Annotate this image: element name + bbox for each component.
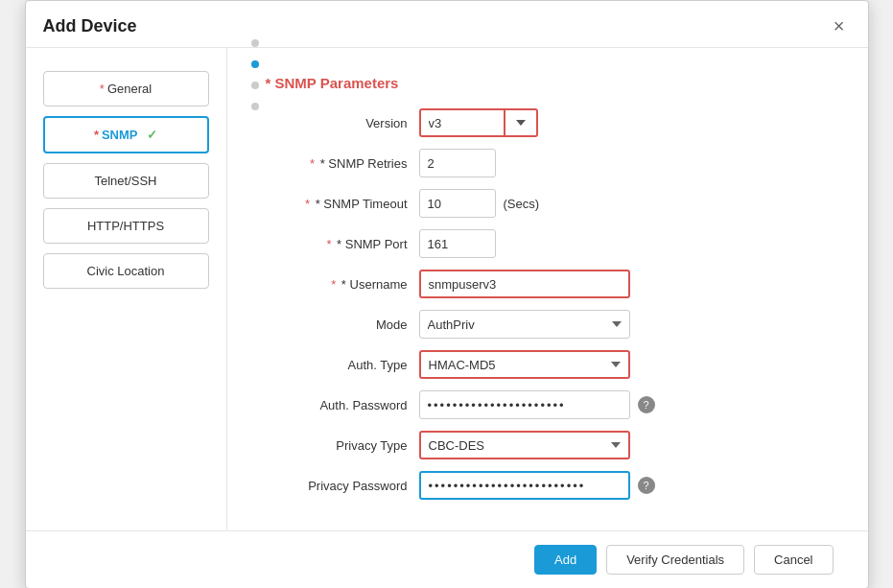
main-content: * SNMP Parameters Version * * SNMP Retri…: [227, 48, 868, 530]
dialog-header: Add Device ×: [26, 1, 868, 48]
check-icon-snmp: ✓: [144, 128, 158, 142]
chevron-down-icon: [516, 120, 526, 126]
step-dots: [251, 39, 259, 110]
mode-row: Mode AuthPriv AuthNoPriv NoAuthNoPriv: [266, 310, 834, 339]
auth-password-row: Auth. Password •••••••••••••••••••••• ?: [266, 390, 834, 419]
sidebar-label-general: General: [107, 82, 152, 96]
sidebar-item-general[interactable]: *General: [43, 71, 209, 106]
privacy-password-dots: •••••••••••••••••••••••••: [429, 479, 586, 493]
privacy-password-row: Privacy Password •••••••••••••••••••••••…: [266, 471, 834, 500]
verify-credentials-button[interactable]: Verify Credentials: [606, 545, 744, 575]
sidebar-item-snmp[interactable]: *SNMP ✓: [43, 116, 209, 153]
sidebar-item-civic[interactable]: Civic Location: [43, 253, 209, 289]
mode-select[interactable]: AuthPriv AuthNoPriv NoAuthNoPriv: [419, 310, 630, 339]
privacy-type-label: Privacy Type: [266, 438, 419, 453]
section-title: * SNMP Parameters: [266, 75, 834, 91]
timeout-input[interactable]: [419, 189, 496, 218]
dialog-body: *General *SNMP ✓ Telnet/SSH HTTP/HTTPS C…: [26, 48, 868, 530]
dialog-footer: Add Verify Credentials Cancel: [26, 530, 868, 588]
retries-row: * * SNMP Retries: [266, 149, 834, 177]
dot-1: [251, 39, 259, 47]
add-button[interactable]: Add: [534, 545, 597, 575]
req-star-snmp: *: [94, 128, 99, 142]
privacy-password-label: Privacy Password: [266, 479, 419, 493]
mode-label: Mode: [266, 318, 419, 332]
sidebar-label-http: HTTP/HTTPS: [87, 219, 164, 233]
sidebar-label-snmp: SNMP: [102, 128, 138, 142]
dot-4: [251, 103, 259, 110]
username-row: * * Username: [266, 270, 834, 298]
auth-type-label: Auth. Type: [266, 358, 419, 372]
auth-password-help-icon[interactable]: ?: [638, 396, 655, 413]
add-device-dialog: Add Device × *General *SNMP ✓ Telnet/SSH…: [25, 0, 869, 588]
sidebar-item-telnet[interactable]: Telnet/SSH: [43, 163, 209, 199]
version-dropdown-button[interactable]: [505, 108, 538, 137]
privacy-type-row: Privacy Type CBC-DES CFB-AES-128: [266, 431, 834, 459]
sidebar-item-http[interactable]: HTTP/HTTPS: [43, 208, 209, 244]
auth-type-row: Auth. Type HMAC-MD5 HMAC-SHA: [266, 350, 834, 379]
timeout-label: * * SNMP Timeout: [266, 197, 419, 211]
version-input[interactable]: [419, 108, 505, 137]
retries-input[interactable]: [419, 149, 496, 177]
auth-password-label: Auth. Password: [266, 398, 419, 412]
retries-label: * * SNMP Retries: [266, 156, 419, 171]
dot-2: [251, 60, 259, 68]
req-star-general: *: [100, 82, 105, 96]
auth-type-select[interactable]: HMAC-MD5 HMAC-SHA: [419, 350, 630, 379]
version-row: Version: [266, 108, 834, 137]
version-label: Version: [266, 116, 419, 130]
auth-password-dots: ••••••••••••••••••••••: [428, 398, 566, 412]
dot-3: [251, 82, 259, 89]
sidebar: *General *SNMP ✓ Telnet/SSH HTTP/HTTPS C…: [26, 48, 227, 530]
port-input[interactable]: [419, 229, 496, 258]
privacy-type-select[interactable]: CBC-DES CFB-AES-128: [419, 431, 630, 459]
secs-label: (Secs): [504, 197, 540, 211]
port-label: * * SNMP Port: [266, 237, 419, 251]
privacy-password-help-icon[interactable]: ?: [638, 477, 655, 494]
sidebar-label-telnet: Telnet/SSH: [94, 174, 156, 188]
close-button[interactable]: ×: [828, 14, 851, 37]
version-area: [419, 108, 538, 137]
timeout-row: * * SNMP Timeout (Secs): [266, 189, 834, 218]
port-row: * * SNMP Port: [266, 229, 834, 258]
username-label: * * Username: [266, 277, 419, 292]
username-input[interactable]: [419, 270, 630, 298]
sidebar-label-civic: Civic Location: [87, 264, 165, 278]
privacy-password-field[interactable]: •••••••••••••••••••••••••: [419, 471, 630, 500]
dialog-title: Add Device: [43, 16, 137, 36]
auth-password-field[interactable]: ••••••••••••••••••••••: [419, 390, 630, 419]
cancel-button[interactable]: Cancel: [754, 545, 833, 575]
